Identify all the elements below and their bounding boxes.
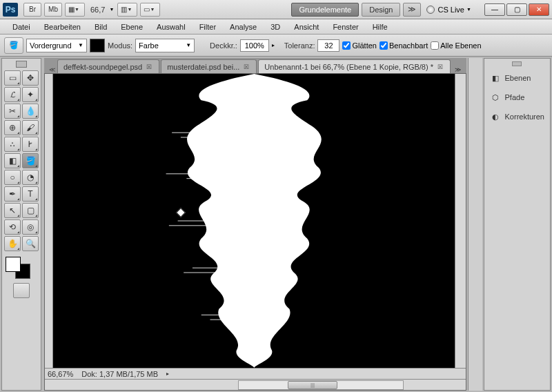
menu-bild[interactable]: Bild [88,19,114,34]
hand-tool[interactable]: ✋ [4,236,21,251]
shape-tool[interactable]: ▢ [22,203,39,218]
tabs-scroll-left[interactable]: ≪ [47,66,57,73]
screen-mode-button[interactable]: ▭▼ [140,3,160,17]
workspace-essentials[interactable]: Grundelemente [291,3,359,17]
3d-cam-tool[interactable]: ◎ [22,219,39,235]
menu-hilfe[interactable]: Hilfe [366,19,395,34]
eraser-tool[interactable]: ◧ [4,153,21,168]
panel-ebenen[interactable]: ◧Ebenen [484,68,550,88]
horizontal-scrollbar[interactable]: ||| [45,379,466,390]
minibridge-button[interactable]: Mb [44,3,62,17]
vertical-scrollbar[interactable] [455,74,466,368]
bucket-tool[interactable]: 🪣 [22,153,39,168]
pen-tool[interactable]: ✒ [4,186,21,202]
stamp-tool[interactable]: ⛬ [4,137,21,152]
workspace-more[interactable]: ≫ [403,3,421,17]
tools-collapse[interactable] [16,61,27,68]
arrange-button[interactable]: ▥▼ [117,3,137,17]
all-layers-checkbox[interactable]: Alle Ebenen [431,41,481,50]
options-bar: 🪣 Vordergrund▼ Modus: Farbe▼ Deckkr.: ▸ … [0,35,552,57]
type-tool[interactable]: T [22,186,39,202]
zoom-tool[interactable]: 🔍 [22,236,39,251]
cs-live-button[interactable]: CS Live▼ [426,6,473,14]
menu-ansicht[interactable]: Ansicht [287,19,326,34]
tab-close-icon[interactable]: ☒ [242,63,250,70]
move-tool[interactable]: ▭ [4,70,21,86]
status-doc[interactable]: Dok: 1,37 MB/1,75 MB [81,370,158,378]
tab-close-icon[interactable]: ☒ [145,63,153,70]
tab-1[interactable]: musterdatei.psd bei...☒ [161,59,257,73]
lasso-tool[interactable]: 𝓛 [4,87,21,102]
3d-tool[interactable]: ⟲ [4,219,21,235]
minimize-button[interactable]: — [484,3,505,16]
quickmask-button[interactable] [13,283,30,298]
current-tool-icon[interactable]: 🪣 [4,37,23,54]
tabs-scroll-right[interactable]: ≫ [452,66,464,73]
brush-tool[interactable]: 🖌 [22,120,39,135]
crop-tool[interactable]: ✂ [4,104,21,119]
adjustments-icon: ◐ [490,111,501,122]
layers-icon: ◧ [490,72,501,84]
tab-2[interactable]: Unbenannt-1 bei 66,7% (Ebene 1 Kopie, RG… [258,59,451,73]
menu-3d[interactable]: 3D [264,19,287,34]
tolerance-input[interactable] [317,39,339,52]
foreground-swatch[interactable] [6,257,21,272]
pattern-swatch[interactable] [90,39,105,52]
tab-close-icon[interactable]: ☒ [436,63,444,70]
history-brush-tool[interactable]: Ꭸ [22,137,39,152]
menu-analyse[interactable]: Analyse [223,19,264,34]
wand-tool[interactable]: ✦ [22,87,39,102]
collapsed-dock[interactable] [468,58,482,391]
zoom-dropdown[interactable]: ▼ [109,7,116,12]
document-tabs: ≪ deffekt-soundpegel.psd☒ musterdatei.ps… [44,58,466,73]
menu-bearbeiten[interactable]: Bearbeiten [37,19,88,34]
dodge-tool[interactable]: ◔ [22,170,39,185]
blur-tool[interactable]: ○ [4,170,21,185]
status-zoom[interactable]: 66,67% [48,370,73,378]
waveform-image [137,74,372,368]
mode-select[interactable]: Farbe▼ [135,39,195,52]
panel-pfade[interactable]: ⬡Pfade [484,88,550,107]
panel-korrekturen[interactable]: ◐Korrekturen [484,107,550,126]
ps-logo: Ps [3,3,18,17]
menu-filter[interactable]: Filter [193,19,223,34]
vertical-ruler [45,74,53,368]
cs-live-label: CS Live [437,6,464,14]
maximize-button[interactable]: ▢ [506,3,527,16]
opacity-input[interactable] [240,39,269,52]
scroll-thumb[interactable]: ||| [288,381,337,389]
heal-tool[interactable]: ⊕ [4,120,21,135]
menu-ebene[interactable]: Ebene [114,19,150,34]
menubar: Datei Bearbeiten Bild Ebene Auswahl Filt… [0,19,552,35]
bridge-button[interactable]: Br [23,3,41,17]
zoom-level[interactable]: 66,7 [90,6,105,14]
tools-panel: ▭ ✥ 𝓛 ✦ ✂ 💧 ⊕ 🖌 ⛬ Ꭸ ◧ 🪣 ○ ◔ ✒ T ↖ ▢ ⟲ ◎ … [1,58,41,391]
menu-datei[interactable]: Datei [6,19,37,34]
status-bar: 66,67% Dok: 1,37 MB/1,75 MB ▸ [45,368,466,379]
paths-icon: ⬡ [490,92,501,103]
color-swatches[interactable] [4,255,32,280]
status-arrow-icon[interactable]: ▸ [166,371,169,377]
fill-source-select[interactable]: Vordergrund▼ [26,39,87,52]
view-extras-button[interactable]: ▦▼ [65,3,85,17]
menu-auswahl[interactable]: Auswahl [150,19,193,34]
canvas[interactable] [53,74,455,368]
tolerance-label: Toleranz: [284,41,315,50]
antialias-checkbox[interactable]: Glätten [342,41,376,50]
close-button[interactable]: ✕ [529,3,549,16]
menu-fenster[interactable]: Fenster [326,19,365,34]
mode-label: Modus: [108,41,132,50]
panels-list: ◧Ebenen ⬡Pfade ◐Korrekturen [484,58,551,391]
tab-0[interactable]: deffekt-soundpegel.psd☒ [57,59,159,73]
eyedropper-tool[interactable]: 💧 [22,104,39,119]
panel-collapse[interactable] [512,61,522,66]
titlebar: Ps Br Mb ▦▼ 66,7▼ ▥▼ ▭▼ Grundelemente De… [0,0,552,19]
path-tool[interactable]: ↖ [4,203,21,218]
workspace-design[interactable]: Design [362,3,400,17]
move-tool2[interactable]: ✥ [22,70,39,86]
opacity-label: Deckkr.: [210,41,237,50]
contiguous-checkbox[interactable]: Benachbart [379,41,428,50]
